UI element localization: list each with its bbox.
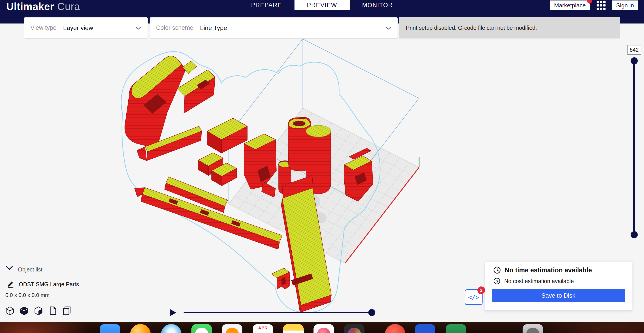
marketplace-button[interactable]: Marketplace [550,1,590,10]
object-list-collapse-icon[interactable] [5,265,14,270]
view-type-value: Layer view [63,24,93,32]
gcode-reader-button[interactable]: </> 2 [465,289,482,305]
save-to-disk-button[interactable]: Save to Disk [492,289,625,302]
layer-number-box: 842 [628,45,641,55]
model-cubes [198,153,236,186]
object-list-divider [5,275,93,275]
dock-icon-green-app[interactable] [446,324,466,333]
gcode-badge: 2 [478,286,485,294]
dock-icon-dark-blue-app[interactable] [415,324,435,333]
tab-monitor[interactable]: MONITOR [350,0,406,10]
layer-slider-track[interactable] [633,61,635,235]
marketplace-label: Marketplace [554,2,586,9]
save-to-disk-label: Save to Disk [541,292,575,299]
calendar-month-text: APR [258,325,268,333]
layer-slider-top-handle[interactable] [630,57,638,65]
marketplace-notification-dot [587,0,592,4]
time-estimation-text: No time estimation available [505,266,592,274]
clock-icon [493,266,501,274]
view-mode-solid-icon[interactable] [19,306,29,315]
view-mode-icons [5,306,72,315]
rename-pencil-icon[interactable] [7,280,14,288]
dock-icon-red-app[interactable] [385,324,406,333]
notice-text: Print setup disabled. G-code file can no… [406,25,537,31]
dock-icon-gray-app[interactable] [522,324,543,333]
play-button[interactable] [170,309,176,316]
object-dimensions: 0.0 x 0.0 x 0.0 mm [5,292,50,298]
view-type-dropdown[interactable]: View type Layer view [24,17,148,39]
cost-icon: $ [493,277,501,285]
path-slider-handle[interactable] [368,309,375,316]
layer-slider-bottom-handle[interactable] [630,231,638,238]
dock-icon-facetime[interactable] [192,324,212,333]
tab-preview[interactable]: PREVIEW [294,0,350,10]
svg-text:$: $ [496,279,498,283]
gcode-icon: </> [468,294,479,301]
dock-icon-blue-app[interactable] [100,324,120,333]
brand-bold: Ultimaker [6,1,54,13]
header-right: Marketplace Sign in [550,1,638,10]
dock-icon-firefox[interactable] [130,324,151,333]
model-block [207,118,247,153]
brand-light: Cura [57,1,80,13]
color-scheme-label: Color scheme [156,24,194,31]
output-panel: No time estimation available $ No cost e… [485,262,632,311]
sign-in-button[interactable]: Sign in [612,1,638,10]
stage-tabs: PREPARE PREVIEW MONITOR [238,0,406,10]
view-type-label: View type [30,24,56,31]
chevron-down-icon [136,26,141,30]
cost-estimation-text: No cost estimation available [504,278,574,284]
app-switcher-icon[interactable] [596,1,606,10]
color-scheme-dropdown[interactable]: Color scheme Line Type [150,17,398,39]
view-mode-layers-icon[interactable] [62,306,72,315]
cost-estimation-row: $ No cost estimation available [493,277,574,285]
dock-icon-app-store[interactable] [222,324,242,333]
path-slider-track[interactable] [184,312,375,313]
dock-icon-camera[interactable] [344,324,364,333]
object-name[interactable]: ODST SMG Large Parts [19,281,79,287]
app-logo: Ultimaker Cura [6,0,80,13]
object-list-title[interactable]: Object list [18,266,42,273]
dock-icon-notes[interactable] [283,324,304,333]
dock-icon-music[interactable] [314,324,334,333]
color-scheme-value: Line Type [200,24,227,32]
view-mode-file-icon[interactable] [48,306,58,315]
print-setup-notice: Print setup disabled. G-code file can no… [399,17,620,39]
time-estimation-row: No time estimation available [493,266,592,274]
tab-prepare[interactable]: PREPARE [238,0,294,10]
macos-dock: APR [0,322,644,333]
chevron-down-icon [386,26,391,30]
view-mode-front-icon[interactable] [34,306,44,315]
dock-icon-calendar[interactable]: APR [253,324,273,333]
sign-in-label: Sign in [616,2,634,9]
dock-icon-safari[interactable] [161,324,182,333]
view-mode-3d-icon[interactable] [5,306,15,315]
